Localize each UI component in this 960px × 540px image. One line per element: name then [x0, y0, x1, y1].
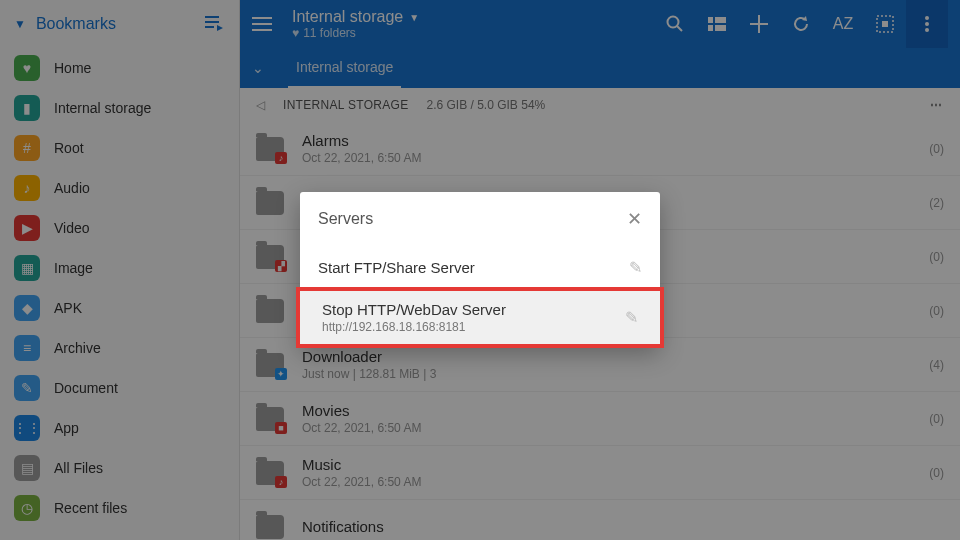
edit-icon[interactable]: ✎ — [629, 258, 642, 277]
dialog-row-label: Stop HTTP/WebDav Server — [322, 301, 625, 318]
servers-dialog: Servers ✕ Start FTP/Share Server ✎ Stop … — [300, 192, 660, 346]
dialog-header: Servers ✕ — [300, 192, 660, 246]
edit-icon[interactable]: ✎ — [625, 308, 638, 327]
dialog-row-ftp[interactable]: Start FTP/Share Server ✎ — [300, 246, 660, 289]
dialog-row-http[interactable]: Stop HTTP/WebDav Server http://192.168.1… — [296, 287, 664, 348]
dialog-row-label: Start FTP/Share Server — [318, 259, 629, 276]
close-icon[interactable]: ✕ — [627, 208, 642, 230]
dialog-row-sub: http://192.168.18.168:8181 — [322, 320, 625, 334]
dialog-title: Servers — [318, 210, 373, 228]
